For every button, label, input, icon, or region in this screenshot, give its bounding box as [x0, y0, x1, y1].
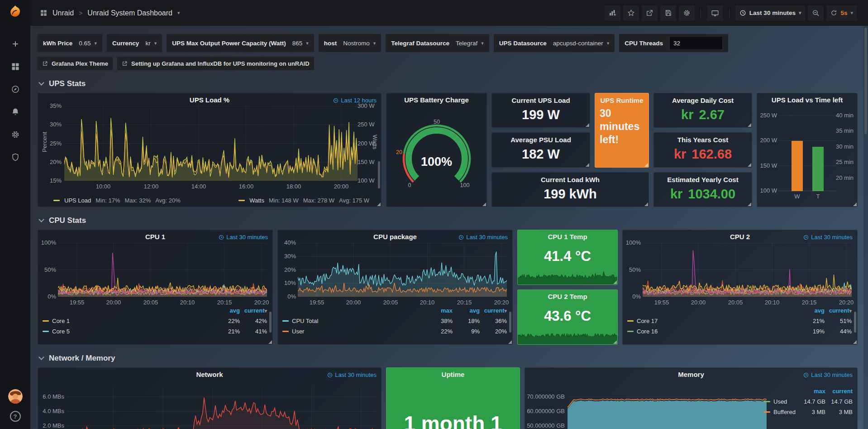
sidebar-server-admin-button[interactable] [0, 148, 30, 167]
cpu-threads-input[interactable] [669, 36, 723, 50]
legend-header-avg[interactable]: avg [213, 307, 240, 314]
series-swatch[interactable] [627, 331, 634, 332]
panel-title[interactable]: CPU 2 Temp [518, 293, 617, 300]
series-swatch[interactable] [764, 401, 770, 402]
add-panel-button[interactable] [605, 5, 620, 21]
series-name[interactable]: Watts [249, 197, 264, 204]
help-icon[interactable]: ? [10, 411, 21, 422]
sidebar-alerting-button[interactable] [0, 102, 30, 121]
legend-scrollbar[interactable] [269, 312, 272, 333]
section-network-memory[interactable]: Network / Memory [38, 354, 863, 363]
panel-title[interactable]: Estimated Yearly Cost [654, 176, 752, 183]
sidebar-create-button[interactable] [0, 34, 30, 53]
series-swatch[interactable] [627, 320, 634, 322]
variable-value-dropdown[interactable]: kr▾ [145, 40, 157, 47]
series-avg: Avg: 20% [155, 197, 180, 204]
bar-time-left[interactable] [812, 147, 824, 191]
grafana-logo[interactable] [7, 4, 24, 21]
sidebar-explore-button[interactable] [0, 80, 30, 99]
star-button[interactable] [623, 5, 639, 21]
cpu2-chart[interactable] [643, 243, 852, 297]
ups-load-chart[interactable] [64, 106, 358, 181]
panel-title[interactable]: Average PSU Load [492, 136, 590, 144]
panel-title[interactable]: Average Daily Cost [654, 96, 752, 104]
legend-scrollbar[interactable] [854, 312, 856, 333]
apps-grid-icon[interactable] [40, 9, 48, 17]
dashboard-settings-button[interactable] [679, 5, 695, 21]
page-scrollbar[interactable] [863, 26, 868, 429]
series-swatch[interactable] [43, 320, 49, 322]
link-grafana-plex-theme[interactable]: Grafana Plex Theme [38, 57, 113, 70]
clock-icon [327, 372, 333, 378]
breadcrumb-folder[interactable]: Unraid [52, 9, 74, 17]
series-name[interactable]: Core 1 [52, 318, 213, 324]
save-button[interactable] [660, 5, 676, 21]
bar-watts[interactable] [792, 141, 803, 191]
legend-header-max[interactable]: max [425, 307, 453, 314]
ups-bar-chart[interactable] [779, 107, 836, 191]
sidebar-configuration-button[interactable] [0, 125, 30, 144]
legend-header-avg[interactable]: avg [453, 307, 480, 314]
section-cpu-stats[interactable]: CPU Stats [38, 216, 863, 225]
panel-time-badge[interactable]: Last 30 minutes [458, 234, 508, 241]
user-avatar[interactable] [8, 389, 23, 404]
series-swatch[interactable] [53, 200, 60, 201]
panel-time-badge[interactable]: Last 30 minutes [803, 371, 853, 378]
panel-time-badge[interactable]: Last 30 minutes [219, 234, 268, 241]
variable-value-dropdown[interactable]: 865▾ [292, 40, 309, 47]
zoom-out-button[interactable] [808, 5, 824, 21]
series-name[interactable]: UPS Load [64, 197, 91, 204]
link-ups-monitoring-guide[interactable]: Setting up Grafana and InfluxDB for UPS … [117, 57, 314, 70]
cpu1-chart[interactable] [58, 243, 267, 297]
legend-scrollbar[interactable] [509, 312, 511, 333]
page-scrollbar-thumb[interactable] [864, 28, 867, 134]
legend-header-current[interactable]: current▾ [825, 307, 852, 314]
panel-title[interactable]: Uptime [386, 371, 520, 378]
panel-title[interactable]: Current UPS Load [492, 96, 590, 104]
panel-title[interactable]: This Years Cost [654, 136, 752, 144]
network-chart[interactable] [67, 386, 377, 429]
memory-chart[interactable] [568, 386, 767, 429]
panel-title[interactable]: UPS Battery Charge [386, 96, 486, 104]
panel-title[interactable]: CPU 1 Temp [518, 233, 617, 241]
series-name[interactable]: Core 5 [52, 328, 213, 335]
variable-value-dropdown[interactable]: Telegraf▾ [456, 40, 484, 47]
legend-scrollbar[interactable] [378, 161, 380, 188]
panel-title[interactable]: Current Load kWh [492, 176, 649, 183]
variable-value-dropdown[interactable]: 0.65▾ [79, 40, 97, 47]
legend-header-current[interactable]: current [825, 388, 853, 395]
legend-header-avg[interactable]: avg [797, 307, 825, 314]
section-ups-stats[interactable]: UPS Stats [38, 79, 863, 88]
refresh-picker[interactable]: 5s ▾ [826, 5, 857, 21]
time-range-picker[interactable]: Last 30 minutes ▾ [735, 5, 806, 21]
series-swatch[interactable] [238, 200, 245, 201]
series-name[interactable]: CPU Total [292, 318, 425, 324]
panel-time-badge[interactable]: Last 30 minutes [327, 371, 377, 378]
panel-time-badge[interactable]: Last 30 minutes [803, 234, 853, 241]
panel-title[interactable]: UPS Runtime [595, 96, 649, 104]
breadcrumb-title[interactable]: Unraid System Dashboard [87, 9, 172, 17]
panel-time-badge[interactable]: Last 12 hours [333, 97, 377, 104]
series-name[interactable]: Core 17 [637, 318, 797, 324]
caret-down-icon[interactable]: ▾ [177, 10, 180, 16]
y-tick: 200 W [358, 140, 379, 147]
series-swatch[interactable] [282, 331, 289, 332]
series-name[interactable]: User [292, 328, 425, 335]
sidebar-dashboards-button[interactable] [0, 57, 30, 76]
panel-title[interactable]: UPS Load vs Time left [757, 96, 857, 104]
series-swatch[interactable] [282, 320, 289, 322]
cycle-view-button[interactable] [707, 5, 723, 21]
cpu-package-chart[interactable] [298, 243, 507, 297]
legend-header-current[interactable]: current▾ [480, 307, 507, 314]
series-name[interactable]: Used [773, 398, 798, 405]
series-swatch[interactable] [43, 331, 49, 332]
variable-value-dropdown[interactable]: Nostromo▾ [343, 40, 376, 47]
panel-title[interactable]: UPS Load % [38, 96, 381, 104]
share-button[interactable] [642, 5, 658, 21]
series-name[interactable]: Core 16 [637, 328, 797, 335]
variable-value-dropdown[interactable]: apcupsd-container▾ [553, 40, 610, 47]
series-swatch[interactable] [764, 411, 770, 413]
legend-header-current[interactable]: current▾ [240, 307, 267, 314]
series-name[interactable]: Buffered [773, 409, 798, 415]
legend-header-max[interactable]: max [798, 388, 825, 395]
